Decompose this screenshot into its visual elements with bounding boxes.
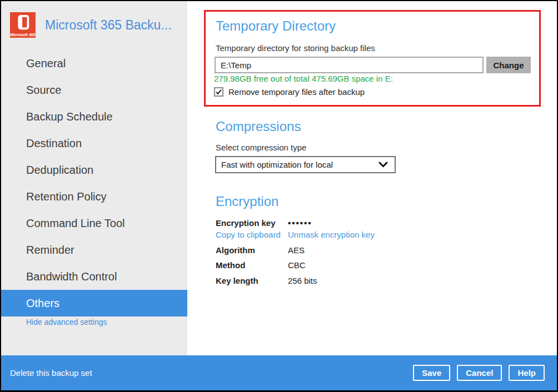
sidebar-item-retention-policy[interactable]: Retention Policy	[1, 183, 187, 210]
office-o-glyph-icon	[14, 13, 31, 31]
chevron-down-icon	[378, 162, 388, 168]
remove-temp-files-label: Remove temporary files after backup	[228, 87, 365, 97]
algorithm-value: AES	[288, 245, 305, 255]
key-length-value: 256 bits	[288, 276, 317, 285]
settings-nav: General Source Backup Schedule Destinati…	[1, 50, 187, 316]
sidebar-item-backup-schedule[interactable]: Backup Schedule	[1, 103, 187, 130]
checkmark-icon	[215, 88, 222, 96]
disk-space-info: 279.98GB free out of total 475.69GB spac…	[214, 74, 393, 83]
compressions-heading: Compressions	[216, 119, 301, 134]
sidebar-item-command-line-tool[interactable]: Command Line Tool	[1, 210, 187, 237]
brand-header: Microsoft 365 Microsoft 365 Backu...	[10, 12, 172, 38]
sidebar-item-deduplication[interactable]: Deduplication	[1, 157, 187, 183]
sidebar-item-others[interactable]: Others	[1, 290, 187, 316]
encryption-key-row: Encryption key ••••••	[216, 218, 312, 228]
microsoft-365-logo-icon: Microsoft 365	[10, 12, 36, 38]
method-label: Method	[216, 260, 288, 270]
compression-type-label: Select compression type	[216, 143, 306, 152]
encryption-heading: Encryption	[216, 194, 278, 209]
sidebar-item-source[interactable]: Source	[1, 77, 187, 103]
temporary-directory-heading: Temporary Directory	[216, 18, 336, 34]
encryption-key-links-row: Copy to clipboard Unmask encryption key	[216, 230, 375, 239]
footer-buttons: Save Cancel Help	[413, 365, 545, 381]
logo-caption: Microsoft 365	[10, 33, 36, 37]
encryption-key-label: Encryption key	[216, 218, 288, 228]
app-window: Microsoft 365 Microsoft 365 Backu... Gen…	[0, 0, 558, 392]
backup-set-title: Microsoft 365 Backu...	[45, 18, 172, 33]
settings-panel: Temporary Directory Temporary directory …	[187, 1, 557, 355]
temp-dir-path-input[interactable]	[215, 57, 484, 73]
method-row: Method CBC	[216, 260, 306, 270]
key-length-label: Key length	[216, 276, 288, 285]
compression-type-value: Fast with optimization for local	[221, 160, 333, 169]
remove-temp-files-row: Remove temporary files after backup	[214, 87, 365, 97]
change-button[interactable]: Change	[486, 57, 531, 73]
sidebar-item-reminder[interactable]: Reminder	[1, 237, 187, 263]
method-value: CBC	[288, 260, 306, 270]
help-button[interactable]: Help	[509, 365, 545, 381]
sidebar-item-bandwidth-control[interactable]: Bandwidth Control	[1, 263, 187, 290]
algorithm-row: Algorithm AES	[216, 245, 305, 255]
unmask-encryption-key-link[interactable]: Unmask encryption key	[288, 230, 375, 239]
key-length-row: Key length 256 bits	[216, 276, 317, 285]
compression-type-dropdown[interactable]: Fast with optimization for local	[215, 156, 396, 173]
sidebar-item-destination[interactable]: Destination	[1, 130, 187, 157]
temp-dir-field-label: Temporary directory for storing backup f…	[216, 43, 375, 53]
hide-advanced-settings-link[interactable]: Hide advanced settings	[26, 318, 107, 326]
sidebar-item-general[interactable]: General	[1, 50, 187, 77]
encryption-key-masked-value: ••••••	[288, 218, 312, 228]
remove-temp-files-checkbox[interactable]	[214, 87, 223, 97]
footer-action-bar: Delete this backup set Save Cancel Help	[1, 355, 557, 390]
cancel-button[interactable]: Cancel	[457, 365, 502, 381]
sidebar: Microsoft 365 Microsoft 365 Backu... Gen…	[1, 1, 187, 355]
save-button[interactable]: Save	[413, 365, 450, 381]
delete-backup-set-link[interactable]: Delete this backup set	[10, 368, 92, 378]
copy-to-clipboard-link[interactable]: Copy to clipboard	[216, 230, 288, 239]
algorithm-label: Algorithm	[216, 245, 288, 255]
